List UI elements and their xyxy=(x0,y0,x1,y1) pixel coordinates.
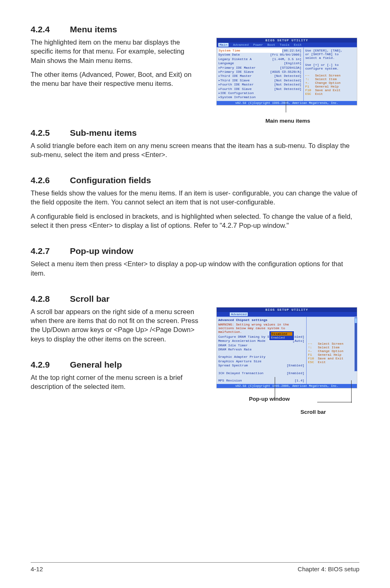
para-426-1: These fields show the values for the men… xyxy=(31,189,359,207)
bios-popup: Disabled Enabled xyxy=(269,331,294,341)
bios-main-screenshot: BIOS SETUP UTILITY Main Advanced Power B… xyxy=(216,38,357,105)
bios2-left: Advanced Chipset settings WARNING: Setti… xyxy=(217,317,307,384)
bios-tabs: Main Advanced Power Boot Tools Exit xyxy=(217,43,357,47)
page-number: 4-12 xyxy=(31,566,43,572)
tab-advanced: Advanced xyxy=(233,43,249,47)
para-429-1: At the top right corner of the menu scre… xyxy=(31,373,198,391)
bios2-help: ←→Select Screen ↑↓Select Item +-Change O… xyxy=(307,317,357,384)
bios-scrollbar xyxy=(354,317,357,371)
pointer-icon xyxy=(286,101,286,112)
heading-427: 4.2.7Pop-up window xyxy=(31,246,359,256)
pointer-icon xyxy=(351,380,352,403)
fig2-popup-label: Pop-up window xyxy=(249,396,290,402)
tab-exit: Exit xyxy=(294,43,302,47)
tab-advanced-sel: Advanced xyxy=(230,312,248,316)
chapter-label: Chapter 4: BIOS setup xyxy=(298,566,359,572)
bios-main-help: Use [ENTER], [TAB], or [SHIFT-TAB] to se… xyxy=(304,47,357,101)
heading-429: 4.2.9General help xyxy=(31,360,206,370)
para-428-1: A scroll bar appears on the right side o… xyxy=(31,307,198,343)
fig2-scroll-label: Scroll bar xyxy=(300,409,326,415)
para-424-2: The other items (Advanced, Power, Boot, … xyxy=(31,70,194,88)
footer-rule xyxy=(31,562,359,563)
para-427-1: Select a menu item then press <Enter> to… xyxy=(31,259,359,278)
heading-428: 4.2.8Scroll bar xyxy=(31,294,359,304)
tab-boot: Boot xyxy=(267,43,275,47)
pointer-icon xyxy=(275,377,275,389)
bios-advanced-screenshot: BIOS SETUP UTILITY Advanced Advanced Chi… xyxy=(216,307,357,389)
bios-footer: v02.58 (C)Copyright 1985-2006, American … xyxy=(217,101,357,105)
bios-titlebar: BIOS SETUP UTILITY xyxy=(217,38,357,43)
bios2-tabs: Advanced xyxy=(217,312,357,317)
para-425-1: A solid triangle before each item on any… xyxy=(31,141,359,159)
pointer-icon xyxy=(317,402,352,402)
tab-power: Power xyxy=(253,43,263,47)
heading-424: 4.2.4Menu items xyxy=(31,25,359,34)
bios2-footer: v02.58 (C)Copyright 1985-2006, American … xyxy=(217,384,357,388)
para-426-2: A configurable field is enclosed in brac… xyxy=(31,212,359,230)
bios-scroll-thumb xyxy=(355,318,357,323)
para-424-1: The highlighted item on the menu bar dis… xyxy=(31,38,194,65)
heading-425: 4.2.5Sub-menu items xyxy=(31,128,359,138)
tab-main: Main xyxy=(218,43,229,47)
bios-main-left: System Time[06:22:54] System Date[Fri 05… xyxy=(217,47,304,101)
bios2-titlebar: BIOS SETUP UTILITY xyxy=(217,307,357,312)
fig1-label: Main menu items xyxy=(216,118,359,124)
tab-tools: Tools xyxy=(280,43,289,47)
heading-426: 4.2.6Configuration fields xyxy=(31,175,359,185)
